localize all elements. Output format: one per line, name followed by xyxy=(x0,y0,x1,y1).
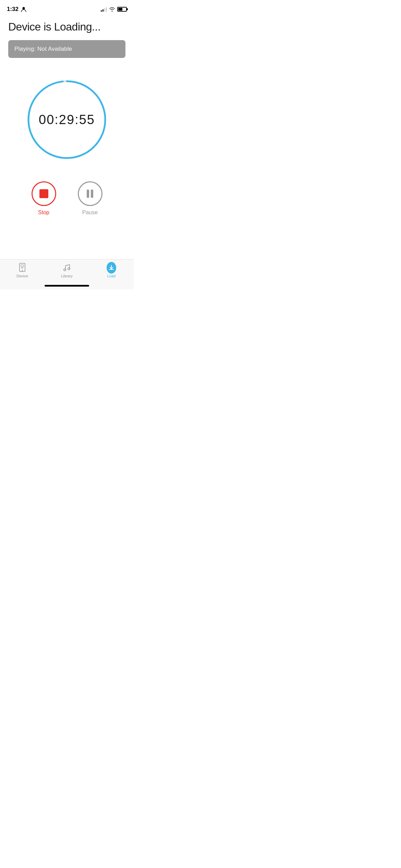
tab-library[interactable]: Library xyxy=(45,263,89,278)
tab-device[interactable]: Device xyxy=(0,263,45,278)
load-circle xyxy=(107,262,116,274)
signal-bar-3 xyxy=(104,8,105,12)
device-tab-icon xyxy=(17,263,27,273)
pause-icon xyxy=(87,190,93,198)
music-icon xyxy=(63,263,71,273)
svg-point-2 xyxy=(22,270,23,271)
signal-bar-2 xyxy=(102,9,104,12)
pause-label: Pause xyxy=(82,209,98,216)
status-time-group: 1:32 xyxy=(7,6,27,13)
device-tab-label: Device xyxy=(16,274,28,278)
device-icon xyxy=(18,263,26,273)
stop-control[interactable]: Stop xyxy=(32,181,56,216)
svg-point-0 xyxy=(23,7,25,10)
status-time: 1:32 xyxy=(7,6,19,13)
playing-banner: Playing: Not Available xyxy=(8,40,125,58)
battery-fill xyxy=(118,8,122,11)
home-indicator xyxy=(45,285,89,287)
svg-rect-3 xyxy=(21,265,24,267)
timer-display: 00:29:55 xyxy=(39,112,95,127)
status-bar: 1:32 xyxy=(0,0,134,16)
svg-point-4 xyxy=(22,267,23,268)
signal-bar-1 xyxy=(101,10,102,12)
pause-button[interactable] xyxy=(78,181,102,206)
library-tab-label: Library xyxy=(61,274,73,278)
status-icons xyxy=(101,7,127,12)
tab-load[interactable]: Load xyxy=(89,263,134,278)
download-icon xyxy=(108,265,114,271)
library-tab-icon xyxy=(62,263,72,273)
timer-ring: 00:29:55 xyxy=(26,79,108,161)
pause-control[interactable]: Pause xyxy=(78,181,102,216)
load-tab-label: Load xyxy=(107,274,116,278)
stop-icon xyxy=(39,189,48,198)
stop-button[interactable] xyxy=(32,181,56,206)
signal-bar-4 xyxy=(106,7,107,12)
person-icon xyxy=(21,6,27,12)
page-title: Device is Loading... xyxy=(0,16,134,40)
stop-label: Stop xyxy=(38,209,49,216)
pause-bar-left xyxy=(87,190,89,198)
playing-text: Playing: Not Available xyxy=(14,46,72,52)
wifi-icon xyxy=(109,7,115,12)
timer-section: 00:29:55 xyxy=(0,79,134,161)
load-tab-icon xyxy=(107,263,116,273)
signal-strength xyxy=(101,7,107,12)
controls-section: Stop Pause xyxy=(0,181,134,216)
battery-icon xyxy=(117,7,127,12)
pause-bar-right xyxy=(91,190,93,198)
